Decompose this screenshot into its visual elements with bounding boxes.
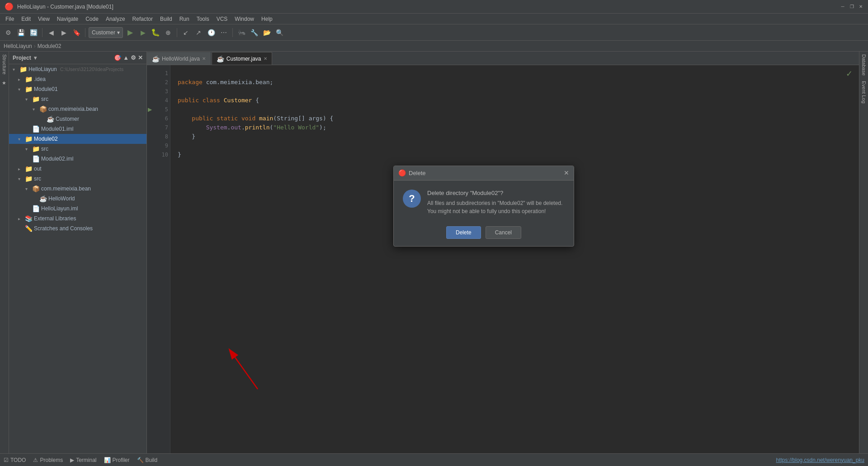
- menu-view[interactable]: View: [34, 15, 53, 23]
- toolbar-settings-icon[interactable]: ⚙: [3, 27, 14, 38]
- terminal-tab[interactable]: ▶ Terminal: [70, 457, 96, 463]
- toolbar-forward-icon[interactable]: ▶: [58, 27, 69, 38]
- tree-label: HelloWorld: [48, 195, 75, 202]
- code-content[interactable]: package com.meimeixia.bean; public class…: [170, 65, 859, 453]
- tab-helloworld[interactable]: ☕ HelloWorld.java ✕: [147, 52, 211, 65]
- toolbar-sdk-icon[interactable]: 🔧: [249, 27, 259, 38]
- toolbar-more-2[interactable]: ⋯: [218, 27, 229, 38]
- run-config-dropdown[interactable]: Customer ▾: [89, 27, 123, 38]
- tree-item-customer[interactable]: ▸ ☕ Customer: [9, 114, 146, 124]
- folder-icon: 📁: [25, 76, 33, 83]
- menu-build[interactable]: Build: [156, 15, 176, 23]
- toolbar-back-icon[interactable]: ◀: [46, 27, 57, 38]
- build-tab[interactable]: 🔨 Build: [137, 457, 158, 463]
- far-right-panel: Database Event Log: [859, 52, 868, 453]
- debug-button[interactable]: 🐛: [150, 27, 161, 38]
- java-file-icon: ☕: [47, 115, 54, 123]
- tree-item-bean-01[interactable]: ▾ 📦 com.meimeixia.bean: [9, 104, 146, 114]
- profiler-tab[interactable]: 📊 Profiler: [104, 457, 130, 463]
- tree-item-bean-root[interactable]: ▾ 📦 com.meimeixia.bean: [9, 184, 146, 194]
- breadcrumb-part2[interactable]: Module02: [38, 43, 61, 49]
- toolbar-save-icon[interactable]: 💾: [15, 27, 26, 38]
- java-icon: ☕: [217, 55, 224, 62]
- menu-file[interactable]: File: [2, 15, 18, 23]
- toolbar-sync-icon[interactable]: 🔄: [28, 27, 39, 38]
- maximize-button[interactable]: ❐: [848, 3, 855, 10]
- tree-label: Module01.iml: [41, 126, 73, 132]
- tree-item-out[interactable]: ▸ 📁 out: [9, 164, 146, 174]
- tree-label: .idea: [34, 76, 46, 82]
- tree-item-src-02[interactable]: ▾ 📁 src: [9, 144, 146, 154]
- project-path: C:\Users\32120\IdeaProjects: [60, 67, 124, 72]
- cancel-button[interactable]: Cancel: [486, 226, 521, 239]
- sidebar-close-icon[interactable]: ✕: [138, 54, 143, 61]
- tree-item-src-root[interactable]: ▾ 📁 src: [9, 174, 146, 184]
- tree-item-idea[interactable]: ▸ 📁 .idea: [9, 74, 146, 84]
- delete-dialog: 🔴 Delete ✕ ? Delete directory "Module02"…: [393, 166, 574, 247]
- tree-item-helloworld[interactable]: ▸ ☕ HelloWorld: [9, 194, 146, 204]
- window-controls[interactable]: ─ ❐ ✕: [839, 3, 864, 10]
- tree-item-helloliayun[interactable]: ▾ 📁 HelloLiayun C:\Users\32120\IdeaProje…: [9, 64, 146, 74]
- toolbar-bookmark-icon[interactable]: 🔖: [71, 27, 82, 38]
- menu-run[interactable]: Run: [176, 15, 193, 23]
- sidebar-settings-icon[interactable]: ⚙: [131, 54, 136, 61]
- menu-analyze[interactable]: Analyze: [102, 15, 129, 23]
- editor-area: ☕ HelloWorld.java ✕ ☕ Customer.java ✕ ▶ …: [147, 52, 859, 453]
- tree-item-module01-iml[interactable]: ▸ 📄 Module01.iml: [9, 124, 146, 134]
- coverage-button[interactable]: ▶: [137, 27, 148, 38]
- tree-item-helloliayun-iml[interactable]: ▸ 📄 HelloLiayun.iml: [9, 204, 146, 214]
- toolbar-folder-icon[interactable]: 📂: [261, 27, 272, 38]
- tree-item-external-libs[interactable]: ▸ 📚 External Libraries: [9, 214, 146, 223]
- tab-customer[interactable]: ☕ Customer.java ✕: [212, 52, 272, 65]
- toolbar-history-icon[interactable]: 🕐: [206, 27, 217, 38]
- breadcrumb-part1[interactable]: HelloLiayun: [4, 43, 32, 49]
- toolbar-search-icon[interactable]: 🔍: [274, 27, 285, 38]
- tree-item-module02-iml[interactable]: ▸ 📄 Module02.iml: [9, 154, 146, 164]
- toolbar-more-1[interactable]: ⊕: [163, 27, 174, 38]
- sidebar-dropdown-icon[interactable]: ▾: [34, 55, 37, 61]
- dialog-close-button[interactable]: ✕: [564, 169, 569, 176]
- structure-tab[interactable]: Structure: [1, 52, 8, 77]
- toolbar-ant-icon[interactable]: 🐜: [236, 27, 247, 38]
- tree-item-module02[interactable]: ▾ 📁 Module02: [9, 134, 146, 144]
- minimize-button[interactable]: ─: [839, 3, 846, 10]
- delete-button[interactable]: Delete: [446, 226, 481, 239]
- tree-item-scratches[interactable]: ▸ ✏️ Scratches and Consoles: [9, 223, 146, 233]
- sidebar-locate-icon[interactable]: 🎯: [114, 54, 121, 61]
- code-editor[interactable]: ▶ 1 2 3 4 5 6 7 8 9 10 package com.meime…: [147, 65, 859, 453]
- sidebar-collapse-icon[interactable]: ▲: [123, 54, 129, 61]
- menu-refactor[interactable]: Refactor: [129, 15, 156, 23]
- toolbar-git-icon[interactable]: ↙: [180, 27, 191, 38]
- folder-icon: 📁: [25, 165, 33, 172]
- tab-label: HelloWorld.java: [162, 56, 200, 62]
- tree-label: HelloLiayun: [28, 66, 57, 72]
- menu-navigate[interactable]: Navigate: [53, 15, 82, 23]
- folder-icon: 📁: [32, 145, 40, 152]
- todo-tab[interactable]: ☑ TODO: [4, 457, 26, 463]
- far-left-panel: Structure ★: [0, 52, 9, 453]
- event-log-tab[interactable]: Event Log: [860, 78, 868, 106]
- tree-label: com.meimeixia.bean: [41, 185, 91, 192]
- database-tab[interactable]: Database: [860, 52, 868, 78]
- problems-tab[interactable]: ⚠ Problems: [33, 457, 63, 463]
- favorites-tab[interactable]: ★: [0, 77, 8, 89]
- menu-vcs[interactable]: VCS: [213, 15, 231, 23]
- tab-close-icon[interactable]: ✕: [202, 56, 206, 61]
- csdn-link[interactable]: https://blog.csdn.net/werenyuan_pku: [776, 457, 864, 463]
- menu-edit[interactable]: Edit: [18, 15, 34, 23]
- close-button[interactable]: ✕: [857, 3, 864, 10]
- menu-help[interactable]: Help: [258, 15, 276, 23]
- dialog-message1: Delete directory "Module02"?: [427, 190, 565, 196]
- tree-item-module01[interactable]: ▾ 📁 Module01: [9, 84, 146, 94]
- tab-close-icon[interactable]: ✕: [264, 56, 267, 61]
- menu-tools[interactable]: Tools: [193, 15, 213, 23]
- menu-window[interactable]: Window: [231, 15, 258, 23]
- gutter-markers: ▶: [147, 65, 152, 453]
- toolbar-push-icon[interactable]: ↗: [193, 27, 204, 38]
- tree-label: Module02: [34, 136, 58, 142]
- tree-item-src-01[interactable]: ▾ 📁 src: [9, 94, 146, 104]
- menu-code[interactable]: Code: [82, 15, 102, 23]
- tree-label: com.meimeixia.bean: [48, 106, 98, 112]
- toolbar-separator-3: [177, 28, 177, 37]
- run-button[interactable]: ▶: [125, 27, 136, 38]
